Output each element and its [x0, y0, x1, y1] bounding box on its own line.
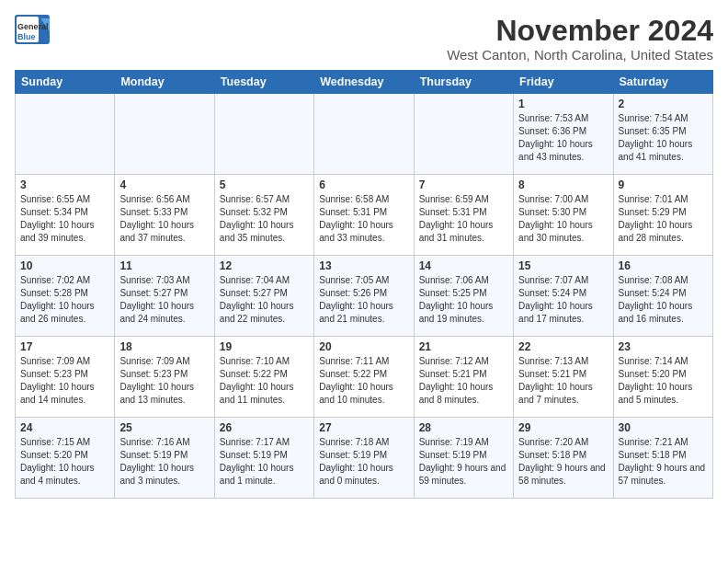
cell-w2-d7: 9Sunrise: 7:01 AM Sunset: 5:29 PM Daylig… — [613, 175, 712, 256]
day-info: Sunrise: 6:59 AM Sunset: 5:31 PM Dayligh… — [419, 193, 508, 245]
day-number: 21 — [419, 340, 508, 353]
cell-w1-d5 — [414, 94, 513, 175]
cell-w5-d5: 28Sunrise: 7:19 AM Sunset: 5:19 PM Dayli… — [414, 418, 513, 499]
day-number: 5 — [220, 178, 309, 191]
day-number: 20 — [319, 340, 408, 353]
day-number: 28 — [419, 421, 508, 434]
day-number: 23 — [619, 340, 708, 353]
day-info: Sunrise: 6:57 AM Sunset: 5:32 PM Dayligh… — [220, 193, 309, 245]
week-row-1: 1Sunrise: 7:53 AM Sunset: 6:36 PM Daylig… — [16, 94, 713, 175]
cell-w5-d7: 30Sunrise: 7:21 AM Sunset: 5:18 PM Dayli… — [613, 418, 712, 499]
day-number: 9 — [619, 178, 708, 191]
day-number: 13 — [319, 259, 408, 272]
col-sunday: Sunday — [16, 71, 115, 94]
day-info: Sunrise: 7:11 AM Sunset: 5:22 PM Dayligh… — [319, 355, 408, 407]
logo: General Blue — [15, 15, 51, 44]
calendar-title: November 2024 — [447, 15, 713, 47]
day-info: Sunrise: 7:16 AM Sunset: 5:19 PM Dayligh… — [119, 436, 209, 488]
cell-w3-d2: 11Sunrise: 7:03 AM Sunset: 5:27 PM Dayli… — [115, 256, 214, 337]
day-info: Sunrise: 7:08 AM Sunset: 5:24 PM Dayligh… — [619, 274, 708, 326]
day-number: 4 — [119, 178, 209, 191]
cell-w3-d7: 16Sunrise: 7:08 AM Sunset: 5:24 PM Dayli… — [613, 256, 712, 337]
day-number: 27 — [319, 421, 408, 434]
cell-w2-d6: 8Sunrise: 7:00 AM Sunset: 5:30 PM Daylig… — [514, 175, 613, 256]
week-row-4: 17Sunrise: 7:09 AM Sunset: 5:23 PM Dayli… — [16, 337, 713, 418]
day-info: Sunrise: 7:06 AM Sunset: 5:25 PM Dayligh… — [419, 274, 508, 326]
day-number: 3 — [20, 178, 109, 191]
page-header: General Blue November 2024 West Canton, … — [15, 15, 713, 63]
day-number: 16 — [619, 259, 708, 272]
cell-w3-d6: 15Sunrise: 7:07 AM Sunset: 5:24 PM Dayli… — [514, 256, 613, 337]
day-number: 24 — [20, 421, 109, 434]
day-info: Sunrise: 7:17 AM Sunset: 5:19 PM Dayligh… — [220, 436, 309, 488]
cell-w2-d4: 6Sunrise: 6:58 AM Sunset: 5:31 PM Daylig… — [314, 175, 414, 256]
week-row-2: 3Sunrise: 6:55 AM Sunset: 5:34 PM Daylig… — [16, 175, 713, 256]
day-number: 10 — [20, 259, 109, 272]
cell-w1-d7: 2Sunrise: 7:54 AM Sunset: 6:35 PM Daylig… — [613, 94, 712, 175]
cell-w1-d4 — [314, 94, 414, 175]
col-saturday: Saturday — [613, 71, 712, 94]
col-thursday: Thursday — [414, 71, 513, 94]
day-number: 1 — [518, 98, 608, 110]
day-info: Sunrise: 7:00 AM Sunset: 5:30 PM Dayligh… — [518, 193, 608, 245]
cell-w3-d4: 13Sunrise: 7:05 AM Sunset: 5:26 PM Dayli… — [314, 256, 414, 337]
cell-w2-d1: 3Sunrise: 6:55 AM Sunset: 5:34 PM Daylig… — [16, 175, 115, 256]
col-friday: Friday — [514, 71, 613, 94]
day-info: Sunrise: 7:13 AM Sunset: 5:21 PM Dayligh… — [518, 355, 608, 407]
cell-w5-d3: 26Sunrise: 7:17 AM Sunset: 5:19 PM Dayli… — [214, 418, 313, 499]
day-info: Sunrise: 7:20 AM Sunset: 5:18 PM Dayligh… — [518, 436, 608, 488]
day-info: Sunrise: 7:54 AM Sunset: 6:35 PM Dayligh… — [619, 112, 708, 164]
cell-w4-d5: 21Sunrise: 7:12 AM Sunset: 5:21 PM Dayli… — [414, 337, 513, 418]
col-monday: Monday — [115, 71, 214, 94]
day-info: Sunrise: 7:12 AM Sunset: 5:21 PM Dayligh… — [419, 355, 508, 407]
day-info: Sunrise: 6:58 AM Sunset: 5:31 PM Dayligh… — [319, 193, 408, 245]
day-info: Sunrise: 7:14 AM Sunset: 5:20 PM Dayligh… — [619, 355, 708, 407]
day-number: 19 — [220, 340, 309, 353]
day-info: Sunrise: 7:05 AM Sunset: 5:26 PM Dayligh… — [319, 274, 408, 326]
col-tuesday: Tuesday — [214, 71, 313, 94]
cell-w5-d1: 24Sunrise: 7:15 AM Sunset: 5:20 PM Dayli… — [16, 418, 115, 499]
svg-text:Blue: Blue — [17, 32, 36, 41]
day-info: Sunrise: 7:02 AM Sunset: 5:28 PM Dayligh… — [20, 274, 109, 326]
day-number: 25 — [119, 421, 209, 434]
week-row-3: 10Sunrise: 7:02 AM Sunset: 5:28 PM Dayli… — [16, 256, 713, 337]
day-number: 22 — [518, 340, 608, 353]
day-info: Sunrise: 6:55 AM Sunset: 5:34 PM Dayligh… — [20, 193, 109, 245]
day-number: 2 — [619, 98, 708, 110]
cell-w4-d1: 17Sunrise: 7:09 AM Sunset: 5:23 PM Dayli… — [16, 337, 115, 418]
cell-w4-d6: 22Sunrise: 7:13 AM Sunset: 5:21 PM Dayli… — [514, 337, 613, 418]
day-info: Sunrise: 7:53 AM Sunset: 6:36 PM Dayligh… — [518, 112, 608, 164]
day-number: 14 — [419, 259, 508, 272]
cell-w4-d3: 19Sunrise: 7:10 AM Sunset: 5:22 PM Dayli… — [214, 337, 313, 418]
calendar-subtitle: West Canton, North Carolina, United Stat… — [447, 47, 713, 63]
cell-w2-d2: 4Sunrise: 6:56 AM Sunset: 5:33 PM Daylig… — [115, 175, 214, 256]
day-number: 18 — [119, 340, 209, 353]
cell-w4-d7: 23Sunrise: 7:14 AM Sunset: 5:20 PM Dayli… — [613, 337, 712, 418]
calendar-header-row: Sunday Monday Tuesday Wednesday Thursday… — [16, 71, 713, 94]
day-number: 17 — [20, 340, 109, 353]
cell-w1-d6: 1Sunrise: 7:53 AM Sunset: 6:36 PM Daylig… — [514, 94, 613, 175]
cell-w4-d4: 20Sunrise: 7:11 AM Sunset: 5:22 PM Dayli… — [314, 337, 414, 418]
logo-icon: General Blue — [15, 15, 51, 44]
day-info: Sunrise: 7:07 AM Sunset: 5:24 PM Dayligh… — [518, 274, 608, 326]
day-info: Sunrise: 7:10 AM Sunset: 5:22 PM Dayligh… — [220, 355, 309, 407]
cell-w2-d5: 7Sunrise: 6:59 AM Sunset: 5:31 PM Daylig… — [414, 175, 513, 256]
cell-w5-d2: 25Sunrise: 7:16 AM Sunset: 5:19 PM Dayli… — [115, 418, 214, 499]
day-info: Sunrise: 7:04 AM Sunset: 5:27 PM Dayligh… — [220, 274, 309, 326]
day-number: 26 — [220, 421, 309, 434]
cell-w3-d5: 14Sunrise: 7:06 AM Sunset: 5:25 PM Dayli… — [414, 256, 513, 337]
day-number: 15 — [518, 259, 608, 272]
day-number: 8 — [518, 178, 608, 191]
day-number: 11 — [119, 259, 209, 272]
cell-w3-d1: 10Sunrise: 7:02 AM Sunset: 5:28 PM Dayli… — [16, 256, 115, 337]
calendar-table: Sunday Monday Tuesday Wednesday Thursday… — [15, 70, 713, 499]
day-number: 7 — [419, 178, 508, 191]
day-info: Sunrise: 7:21 AM Sunset: 5:18 PM Dayligh… — [619, 436, 708, 488]
week-row-5: 24Sunrise: 7:15 AM Sunset: 5:20 PM Dayli… — [16, 418, 713, 499]
day-info: Sunrise: 7:18 AM Sunset: 5:19 PM Dayligh… — [319, 436, 408, 488]
day-number: 30 — [619, 421, 708, 434]
day-info: Sunrise: 7:01 AM Sunset: 5:29 PM Dayligh… — [619, 193, 708, 245]
cell-w3-d3: 12Sunrise: 7:04 AM Sunset: 5:27 PM Dayli… — [214, 256, 313, 337]
col-wednesday: Wednesday — [314, 71, 414, 94]
title-block: November 2024 West Canton, North Carolin… — [447, 15, 713, 63]
